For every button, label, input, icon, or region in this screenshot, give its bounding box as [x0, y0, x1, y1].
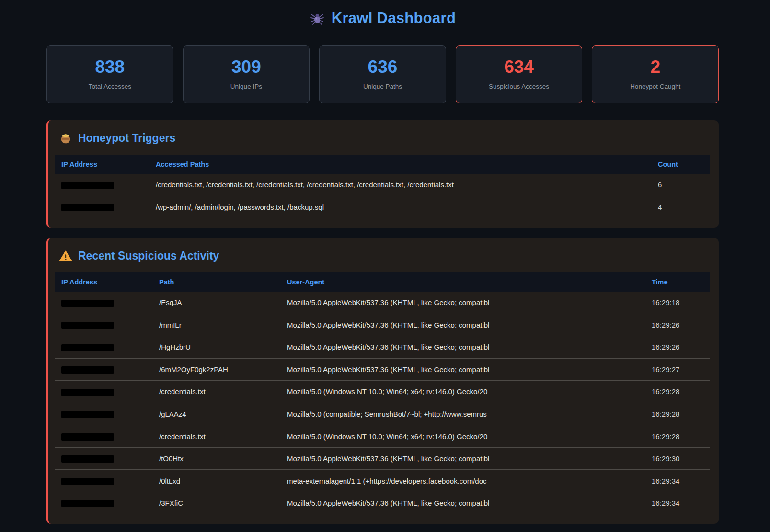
stat-card: 309 Unique IPs [183, 45, 310, 103]
time-cell: 16:29:30 [645, 447, 710, 470]
ip-cell [55, 470, 153, 492]
path-cell: /6mM2OyF0gk2zPAH [153, 358, 281, 381]
activity-row: /6mM2OyF0gk2zPAH Mozilla/5.0 AppleWebKit… [55, 358, 710, 381]
honeypot-panel-title-text: Honeypot Triggers [78, 132, 175, 145]
activity-table-header: IP Address Path User-Agent Time [55, 272, 710, 292]
stat-value: 2 [597, 58, 713, 76]
stats-row: 838 Total Accesses 309 Unique IPs 636 Un… [46, 45, 719, 103]
stat-label: Total Accesses [52, 83, 168, 90]
col-count: Count [652, 155, 710, 174]
ip-cell [55, 381, 153, 403]
user-agent-cell: Mozilla/5.0 AppleWebKit/537.36 (KHTML, l… [281, 447, 645, 470]
redacted-ip-bar [61, 500, 114, 507]
redacted-ip-bar [61, 344, 114, 351]
honeypot-icon [59, 132, 72, 145]
col-ip-address: IP Address [55, 272, 153, 292]
stat-label: Unique Paths [324, 83, 441, 90]
user-agent-cell: Mozilla/5.0 AppleWebKit/537.36 (KHTML, l… [281, 292, 645, 314]
ip-cell [55, 196, 149, 218]
path-cell: /credentials.txt [153, 425, 281, 448]
activity-row: /mmILr Mozilla/5.0 AppleWebKit/537.36 (K… [55, 314, 710, 336]
time-cell: 16:29:34 [645, 470, 710, 492]
redacted-ip-bar [61, 366, 114, 374]
ip-cell [55, 492, 153, 514]
user-agent-cell: Mozilla/5.0 AppleWebKit/537.36 (KHTML, l… [281, 358, 645, 381]
ip-cell [55, 403, 153, 425]
activity-row: /tO0Htx Mozilla/5.0 AppleWebKit/537.36 (… [55, 447, 710, 470]
path-cell: /EsqJA [153, 292, 281, 314]
col-accessed-paths: Accessed Paths [149, 155, 652, 174]
col-ip-address: IP Address [55, 155, 149, 174]
activity-row: /HgHzbrU Mozilla/5.0 AppleWebKit/537.36 … [55, 336, 710, 359]
redacted-ip-bar [61, 204, 114, 211]
path-cell: /HgHzbrU [153, 336, 281, 359]
stat-value: 634 [461, 58, 577, 76]
paths-cell: /credentials.txt, /credentials.txt, /cre… [149, 174, 652, 196]
ip-cell [55, 174, 149, 196]
honeypot-row: /wp-admin/, /admin/login, /passwords.txt… [55, 196, 710, 218]
activity-row: /gLAAz4 Mozilla/5.0 (compatible; Semrush… [55, 403, 710, 425]
path-cell: /gLAAz4 [153, 403, 281, 425]
activity-row: /EsqJA Mozilla/5.0 AppleWebKit/537.36 (K… [55, 292, 710, 314]
time-cell: 16:29:28 [645, 381, 710, 403]
activity-panel-title: Recent Suspicious Activity [55, 249, 710, 262]
stat-label: Honeypot Caught [597, 83, 713, 90]
time-cell: 16:29:28 [645, 425, 710, 448]
honeypot-row: /credentials.txt, /credentials.txt, /cre… [55, 174, 710, 196]
time-cell: 16:29:26 [645, 336, 710, 359]
path-cell: /0ltLxd [153, 470, 281, 492]
user-agent-cell: Mozilla/5.0 AppleWebKit/537.36 (KHTML, l… [281, 492, 645, 514]
redacted-ip-bar [61, 478, 114, 485]
redacted-ip-bar [61, 300, 114, 307]
time-cell: 16:29:28 [645, 403, 710, 425]
time-cell: 16:29:34 [645, 492, 710, 514]
path-cell: /credentials.txt [153, 381, 281, 403]
user-agent-cell: Mozilla/5.0 AppleWebKit/537.36 (KHTML, l… [281, 314, 645, 336]
count-cell: 6 [652, 174, 710, 196]
redacted-ip-bar [61, 411, 114, 418]
activity-row: /credentials.txt Mozilla/5.0 (Windows NT… [55, 425, 710, 448]
user-agent-cell: Mozilla/5.0 (compatible; SemrushBot/7~bl… [281, 403, 645, 425]
stat-card: 838 Total Accesses [46, 45, 173, 103]
time-cell: 16:29:18 [645, 292, 710, 314]
redacted-ip-bar [61, 455, 114, 463]
path-cell: /tO0Htx [153, 447, 281, 470]
dashboard-container: Krawl Dashboard 838 Total Accesses 309 U… [46, 0, 719, 524]
warning-icon [59, 250, 72, 262]
activity-row: /credentials.txt Mozilla/5.0 (Windows NT… [55, 381, 710, 403]
col-user-agent: User-Agent [281, 272, 645, 292]
ip-cell [55, 314, 153, 336]
stat-value: 636 [324, 58, 441, 76]
activity-panel-title-text: Recent Suspicious Activity [78, 249, 219, 262]
user-agent-cell: Mozilla/5.0 AppleWebKit/537.36 (KHTML, l… [281, 336, 645, 359]
redacted-ip-bar [61, 389, 114, 396]
path-cell: /3FXfiC [153, 492, 281, 514]
spider-icon [310, 11, 325, 26]
user-agent-cell: Mozilla/5.0 (Windows NT 10.0; Win64; x64… [281, 381, 645, 403]
ip-cell [55, 358, 153, 381]
honeypot-panel: Honeypot Triggers IP Address Accessed Pa… [46, 120, 719, 228]
stat-value: 838 [52, 58, 168, 76]
ip-cell [55, 336, 153, 359]
stat-label: Suspicious Accesses [461, 83, 577, 90]
path-cell: /mmILr [153, 314, 281, 336]
redacted-ip-bar [61, 322, 114, 329]
stat-card: 2 Honeypot Caught [592, 45, 719, 103]
redacted-ip-bar [61, 433, 114, 441]
user-agent-cell: meta-externalagent/1.1 (+https://develop… [281, 470, 645, 492]
activity-panel: Recent Suspicious Activity IP Address Pa… [46, 238, 719, 524]
activity-row: /3FXfiC Mozilla/5.0 AppleWebKit/537.36 (… [55, 492, 710, 514]
col-path: Path [153, 272, 281, 292]
honeypot-table-header: IP Address Accessed Paths Count [55, 155, 710, 174]
ip-cell [55, 425, 153, 448]
honeypot-panel-title: Honeypot Triggers [55, 132, 710, 145]
stat-label: Unique IPs [188, 83, 305, 90]
app-header: Krawl Dashboard [46, 0, 719, 28]
time-cell: 16:29:27 [645, 358, 710, 381]
stat-card: 636 Unique Paths [319, 45, 446, 103]
count-cell: 4 [652, 196, 710, 218]
stat-value: 309 [188, 58, 305, 76]
honeypot-table: IP Address Accessed Paths Count /credent… [55, 155, 710, 218]
time-cell: 16:29:26 [645, 314, 710, 336]
user-agent-cell: Mozilla/5.0 (Windows NT 10.0; Win64; x64… [281, 425, 645, 448]
